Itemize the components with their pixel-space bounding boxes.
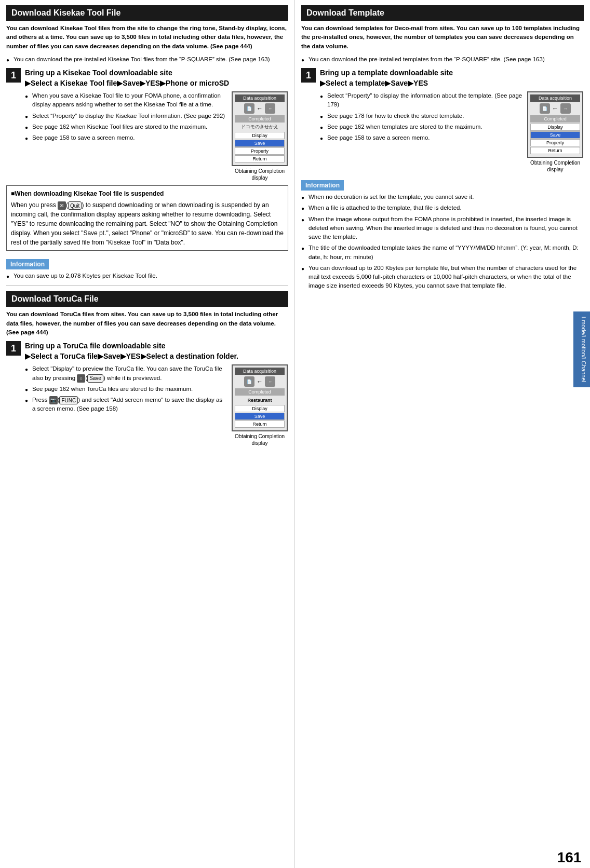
toruca-step1: 1 Bring up a ToruCa file downloadable si…: [6, 341, 288, 446]
kisekae-device-screen: Data acquisition 📄 ← ↔ Completed ドコモのきせか…: [232, 91, 288, 166]
template-bullet-s4: See page 158 to save a screen memo.: [320, 133, 522, 142]
func-icon: 📷: [49, 396, 58, 404]
toruca-menu-display: Display: [235, 405, 285, 412]
toruca-step-content: Bring up a ToruCa file downloadable site…: [25, 341, 288, 446]
envelope-icon: ✉: [58, 201, 66, 210]
toruca-screen-title: Data acquisition: [235, 368, 285, 375]
toruca-step-bullets: Select "Display" to preview the ToruCa f…: [25, 364, 227, 446]
toruca-bullet-s1: Select "Display" to preview the ToruCa f…: [25, 364, 227, 383]
template-info-b5: You can download up to 200 Kbytes per te…: [301, 264, 584, 291]
screen-icon-arrows: ↔: [265, 103, 275, 114]
template-step-number: 1: [301, 68, 316, 83]
template-icon-doc: 📄: [540, 103, 550, 114]
page-number-bar: 161: [548, 847, 590, 868]
template-menu-property: Property: [530, 139, 580, 146]
toruca-screen-icons: 📄 ← ↔: [235, 376, 285, 387]
suspended-box: ■When downloading Kisekae Tool file is s…: [6, 185, 288, 251]
toruca-restaurant-label: Restaurant: [235, 397, 285, 404]
func-btn: FUNC: [59, 396, 78, 404]
kisekae-bullet-s4: See page 158 to save a screen memo.: [25, 133, 227, 142]
kisekae-title: Download Kisekae Tool File: [6, 5, 288, 21]
toruca-menu-return: Return: [235, 421, 285, 428]
circle-icon: ○: [77, 374, 85, 383]
template-info-b3: When the image whose output from the FOM…: [301, 215, 584, 242]
template-device-screen: Data acquisition 📄 ← ↔ Completed Display…: [527, 91, 583, 158]
kisekae-device-image: Data acquisition 📄 ← ↔ Completed ドコモのきせか…: [231, 91, 288, 181]
kisekae-info-bullet: You can save up to 2,078 Kbytes per Kise…: [6, 272, 288, 280]
template-intro: You can download templates for Deco-mail…: [301, 24, 584, 51]
template-bullet-s3: See page 162 when templates are stored t…: [320, 123, 522, 131]
kisekae-menu-property: Property: [235, 147, 285, 155]
template-title: Download Template: [301, 5, 584, 21]
toruca-icon-doc: 📄: [244, 376, 254, 387]
template-bullet-s2: See page 178 for how to check the stored…: [320, 112, 522, 120]
kisekae-bullet-s1: When you save a Kisekae Tool file to you…: [25, 91, 227, 110]
toruca-title: Download ToruCa File: [6, 291, 288, 307]
quit-btn: Quit: [68, 201, 82, 210]
kisekae-screen-icons: 📄 ← ↔: [235, 103, 285, 114]
template-device-image: Data acquisition 📄 ← ↔ Completed Display…: [527, 91, 584, 173]
kisekae-bullet-s2: Select “Property” to display the Kisekae…: [25, 112, 227, 120]
toruca-device-image: Data acquisition 📄 ← ↔ Completed Restaur…: [231, 364, 288, 446]
screen-icon-doc: 📄: [244, 103, 254, 114]
template-step-title: Bring up a template downloadable site ▶S…: [320, 68, 584, 88]
kisekae-intro: You can download Kisekae Tool files from…: [6, 24, 288, 51]
kisekae-info-label: Information: [6, 259, 49, 269]
kisekae-menu-save: Save: [235, 140, 285, 147]
template-info-b4: The title of the downloaded template tak…: [301, 243, 584, 262]
template-step-bullets: Select “Property” to display the informa…: [320, 91, 522, 173]
template-screen-icons: 📄 ← ↔: [530, 103, 580, 114]
toruca-intro: You can download ToruCa files from sites…: [6, 310, 288, 337]
toruca-step-title: Bring up a ToruCa file downloadable site…: [25, 341, 288, 361]
template-info-b1: When no decoration is set for the templa…: [301, 193, 584, 201]
kisekae-screen-title: Data acquisition: [235, 94, 285, 102]
kisekae-step-content: Bring up a Kisekae Tool downloadable sit…: [25, 68, 288, 181]
template-screen-title: Data acquisition: [530, 94, 580, 102]
toruca-step-number: 1: [6, 341, 21, 356]
kisekae-info-section: Information You can save up to 2,078 Kby…: [6, 255, 288, 280]
page-number: 161: [557, 849, 582, 866]
toruca-completed: Completed: [235, 388, 285, 396]
toruca-menu-save: Save: [235, 413, 285, 420]
kisekae-menu-display: Display: [235, 132, 285, 139]
template-bullet-s1: Select “Property” to display the informa…: [320, 91, 522, 110]
toruca-icon-arrows: ↔: [265, 376, 275, 387]
kisekae-bullet1: You can download the pre-installed Kisek…: [6, 55, 288, 64]
save-btn: Save: [87, 374, 103, 383]
template-step1: 1 Bring up a template downloadable site …: [301, 68, 584, 173]
toruca-section: Download ToruCa File You can download To…: [6, 291, 288, 446]
template-device-caption: Obtaining Completion display: [527, 159, 584, 173]
template-completed: Completed: [530, 115, 580, 123]
template-menu-save: Save: [530, 131, 580, 139]
screen-completed: Completed: [235, 115, 285, 123]
toruca-device-caption: Obtaining Completion display: [231, 433, 288, 446]
template-step-content: Bring up a template downloadable site ▶S…: [320, 68, 584, 173]
side-tab: i-mode/i-motion/i-Channel: [573, 311, 590, 387]
kisekae-bullet-s3: See page 162 when Kisekae Tool files are…: [25, 123, 227, 131]
kisekae-section: Download Kisekae Tool File You can downl…: [6, 5, 288, 280]
suspended-content: When you press ✉(Quit) to suspend downlo…: [11, 200, 284, 247]
template-section: Download Template You can download templ…: [301, 5, 584, 291]
toruca-device-screen: Data acquisition 📄 ← ↔ Completed Restaur…: [232, 364, 288, 431]
template-menu-display: Display: [530, 124, 580, 131]
toruca-bullet-s2: See page 162 when ToruCa files are store…: [25, 385, 227, 394]
template-info-section: Information When no decoration is set fo…: [301, 176, 584, 291]
kisekae-japanese: ドコモのきせかえ: [235, 124, 285, 130]
kisekae-step-title: Bring up a Kisekae Tool downloadable sit…: [25, 68, 288, 88]
toruca-bullet-s3: Press 📷(FUNC) and select "Add screen mem…: [25, 396, 227, 414]
kisekae-step-bullets: When you save a Kisekae Tool file to you…: [25, 91, 227, 181]
template-icon-arrows: ↔: [560, 103, 571, 114]
kisekae-menu-return: Return: [235, 155, 285, 162]
kisekae-device-caption: Obtaining Completion display: [231, 168, 288, 181]
template-info-b2: When a file is attached to the template,…: [301, 204, 584, 212]
template-bullet1: You can download the pre-installed templ…: [301, 55, 584, 64]
template-menu-return: Return: [530, 147, 580, 154]
right-column: Download Template You can download templ…: [295, 0, 590, 868]
suspended-title: ■When downloading Kisekae Tool file is s…: [11, 189, 284, 198]
kisekae-step1: 1 Bring up a Kisekae Tool downloadable s…: [6, 68, 288, 181]
step-number-1: 1: [6, 68, 21, 83]
template-info-label: Information: [301, 180, 344, 191]
